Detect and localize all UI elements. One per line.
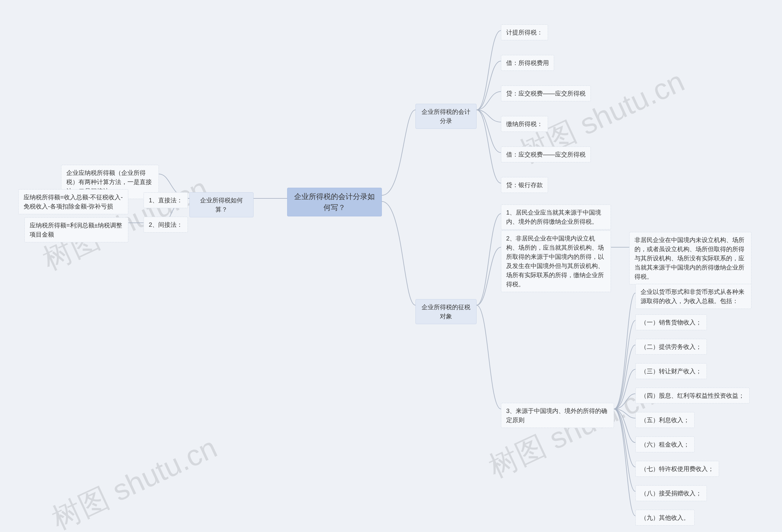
leaf-obj-3-item-6[interactable]: （七）特许权使用费收入；: [635, 461, 719, 477]
leaf-obj-1[interactable]: 1、居民企业应当就其来源于中国境内、境外的所得缴纳企业所得税。: [501, 204, 611, 230]
leaf-obj-3-item-3[interactable]: （四）股息、红利等权益性投资收益；: [635, 388, 750, 404]
mindmap-canvas: 树图 shutu.cn 树图 shutu.cn 树图 shutu.cn 树图 s…: [0, 0, 782, 532]
leaf-obj-3-item-2[interactable]: （三）转让财产收入；: [635, 363, 707, 379]
leaf-indirect-label[interactable]: 2、间接法：: [144, 217, 188, 233]
leaf-obj-3-item-7[interactable]: （八）接受捐赠收入；: [635, 485, 707, 501]
leaf-entry-4[interactable]: 借：应交税费——应交所得税: [501, 147, 591, 162]
leaf-entry-0[interactable]: 计提所得税：: [501, 25, 548, 40]
leaf-direct-detail[interactable]: 应纳税所得额=收入总额-不征税收入-免税收入-各项扣除金额-弥补亏损: [18, 189, 128, 214]
leaf-obj-3-item-5[interactable]: （六）租金收入；: [635, 436, 695, 452]
leaf-obj-2[interactable]: 2、非居民企业在中国境内设立机构、场所的，应当就其所设机构、场所取得的来源于中国…: [501, 230, 611, 292]
branch-how-to-calc[interactable]: 企业所得税如何算？: [189, 192, 253, 217]
leaf-direct-label[interactable]: 1、直接法：: [144, 192, 188, 208]
leaf-obj-3-item-8[interactable]: （九）其他收入。: [635, 510, 695, 526]
leaf-indirect-detail[interactable]: 应纳税所得额=利润总额±纳税调整项目金额: [25, 217, 128, 242]
leaf-obj-3-item-1[interactable]: （二）提供劳务收入；: [635, 339, 707, 355]
leaf-entry-1[interactable]: 借：所得税费用: [501, 55, 554, 71]
watermark: 树图 shutu.cn: [46, 428, 224, 532]
branch-entries[interactable]: 企业所得税的会计分录: [416, 104, 476, 129]
leaf-obj-3[interactable]: 3、来源于中国境内、境外的所得的确定原则: [501, 403, 614, 428]
leaf-obj-3-item-0[interactable]: （一）销售货物收入；: [635, 314, 707, 330]
watermark: 树图 shutu.cn: [483, 376, 661, 487]
root-node[interactable]: 企业所得税的会计分录如 何写？: [287, 188, 382, 217]
leaf-obj-2-detail[interactable]: 非居民企业在中国境内未设立机构、场所的，或者虽设立机构、场所但取得的所得与其所设…: [629, 232, 751, 284]
branch-tax-object[interactable]: 企业所得税的征税对象: [416, 299, 476, 324]
leaf-entry-3[interactable]: 缴纳所得税：: [501, 116, 548, 132]
leaf-obj-3-intro[interactable]: 企业以货币形式和非货币形式从各种来源取得的收入，为收入总额。包括：: [635, 284, 751, 309]
leaf-obj-3-item-4[interactable]: （五）利息收入；: [635, 412, 695, 428]
leaf-entry-5[interactable]: 贷：银行存款: [501, 177, 548, 193]
leaf-entry-2[interactable]: 贷：应交税费——应交所得税: [501, 85, 591, 101]
